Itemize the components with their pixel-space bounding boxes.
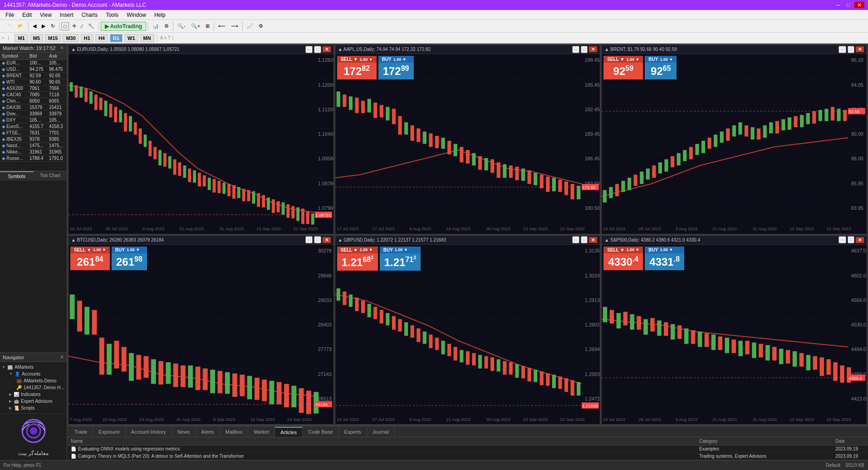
zoom-in2-btn[interactable]: 🔍+ (189, 22, 202, 30)
template-btn[interactable]: 🔧 (86, 22, 97, 30)
mw-tab-tick[interactable]: Tick Chart (34, 171, 67, 181)
indicator-btn[interactable]: 📈 (245, 22, 255, 30)
market-watch-row[interactable]: ◆DAX30 15379 15421 (0, 104, 67, 111)
bottom-tab-experts[interactable]: Experts (339, 427, 367, 436)
gbpusd-maximize[interactable]: □ (581, 236, 588, 243)
sp500-minimize[interactable]: ─ (839, 236, 846, 243)
article-row[interactable]: 📄Category Theory in MQL5 (Part 20): A de… (67, 453, 868, 460)
menu-insert[interactable]: Insert (56, 11, 77, 19)
bottom-tab-exposure[interactable]: Exposure (93, 427, 125, 436)
market-watch-close[interactable]: ✕ (60, 45, 64, 51)
market-watch-row[interactable]: ◆DXY 105... 105... (0, 117, 67, 124)
tf-d1[interactable]: D1 (110, 34, 123, 42)
settings-btn[interactable]: ⚙ (256, 22, 265, 30)
brent-close[interactable]: ✕ (856, 46, 864, 52)
market-watch-scroll[interactable]: Symbol Bid Ask ◆EUR... 100... 105... ◆US… (0, 53, 67, 171)
sp500-sell-btn[interactable]: SELL ▼ 1.00 ▼ (603, 247, 643, 253)
market-watch-row[interactable]: ◆Russe... 1788.4 1791.0 (0, 155, 67, 162)
chart-props-btn[interactable]: ⚙ (162, 22, 171, 30)
line-btn[interactable]: ⁄ (79, 22, 85, 30)
brent-buy-btn[interactable]: BUY 1.00 ▼ (645, 56, 677, 63)
market-watch-row[interactable]: ◆EuroS... 4155.7 4158.3 (0, 124, 67, 130)
nav-item-experts[interactable]: ▶ 🤖 Expert Advisors (2, 398, 65, 405)
aaplus-close[interactable]: ✕ (589, 46, 597, 52)
bottom-tab-market[interactable]: Market (248, 427, 275, 436)
sp500-close[interactable]: ✕ (856, 237, 864, 243)
sp500-buy-btn[interactable]: BUY 1.00 ▼ (645, 247, 684, 253)
btcusd-buy-btn[interactable]: BUY 1.00 ▼ (112, 247, 147, 253)
buy-sell-btn[interactable]: 📊 (150, 22, 161, 30)
btcusd-maximize[interactable]: □ (314, 236, 321, 243)
tf-m5[interactable]: M5 (30, 34, 43, 42)
menu-file[interactable]: File (2, 11, 18, 19)
market-watch-row[interactable]: ◆ASX200 7061 7066 (0, 85, 67, 92)
gbpusd-minimize[interactable]: ─ (572, 236, 579, 243)
article-row[interactable]: 📄Evaluating ONNX models using regression… (67, 445, 868, 453)
bottom-tab-news[interactable]: News (172, 427, 196, 436)
eurusd-maximize[interactable]: □ (314, 46, 321, 53)
mw-tab-symbols[interactable]: Symbols (0, 171, 34, 181)
back-btn[interactable]: ◀ (30, 22, 39, 30)
market-watch-row[interactable]: ◆FTSE... 7631 7701 (0, 130, 67, 136)
scroll-left-btn[interactable]: ⟵ (216, 22, 228, 30)
auto-trading-btn[interactable]: ▶ AutoTrading (101, 22, 147, 31)
bottom-tab-trade[interactable]: Trade (69, 427, 93, 436)
menu-window[interactable]: Window (123, 11, 150, 19)
menu-tools[interactable]: Tools (102, 11, 122, 19)
tf-mn[interactable]: MN (140, 34, 154, 42)
nav-item-accounts[interactable]: ▼ 👤 Accounts (2, 371, 65, 377)
bottom-scroll[interactable]: Name Category Date 📄Evaluating ONNX mode… (67, 437, 868, 460)
btcusd-sell-btn[interactable]: SELL ▼ 1.00 ▼ (70, 247, 110, 253)
nav-item-indicators[interactable]: ▶ 📊 Indicators (2, 391, 65, 398)
gbpusd-buy-btn[interactable]: BUY 1.00 ▼ (380, 247, 421, 253)
new-chart-btn[interactable]: 📄 (2, 21, 14, 31)
tf-m1[interactable]: M1 (15, 34, 28, 42)
navigator-close[interactable]: ✕ (60, 354, 64, 360)
aaplus-buy-btn[interactable]: BUY 1.00 ▼ (378, 56, 414, 63)
menu-charts[interactable]: Charts (78, 11, 101, 19)
menu-edit[interactable]: Edit (19, 11, 35, 19)
bottom-tab-journal[interactable]: Journal (367, 427, 395, 436)
zoom-in-btn[interactable]: □ (61, 22, 69, 30)
forward-btn[interactable]: ▶ (39, 22, 48, 30)
market-watch-row[interactable]: ◆EUR... 100... 105... (0, 60, 67, 66)
tf-m30[interactable]: M30 (63, 34, 78, 42)
market-watch-row[interactable]: ◆Dow... 33969 33979 (0, 111, 67, 117)
tf-m15[interactable]: M15 (45, 34, 61, 42)
aaplus-sell-btn[interactable]: SELL ▼ 1.00 ▼ (337, 56, 377, 63)
nav-item-scripts[interactable]: ▶ 📜 Scripts (2, 405, 65, 411)
refresh-btn[interactable]: ↻ (49, 22, 57, 30)
tf-w1[interactable]: W1 (124, 34, 138, 42)
bottom-tab-mailbox[interactable]: Mailbox (220, 427, 248, 436)
fit-btn[interactable]: ⊞ (203, 22, 212, 30)
minimize-btn[interactable]: ─ (834, 2, 842, 8)
market-watch-row[interactable]: ◆Nikke... 31961 31965 (0, 149, 67, 155)
bottom-tab-codebase[interactable]: Code Base (303, 427, 338, 436)
market-watch-row[interactable]: ◆WTI 90.60 90.65 (0, 79, 67, 85)
bottom-tab-account-history[interactable]: Account History (126, 427, 172, 436)
brent-minimize[interactable]: ─ (839, 46, 846, 53)
sp500-maximize[interactable]: □ (848, 236, 854, 243)
gbpusd-sell-btn[interactable]: SELL ▼ 1.00 ▼ (337, 247, 378, 253)
bottom-tab-alerts[interactable]: Alerts (196, 427, 220, 436)
nav-item-amarkets[interactable]: ▼ 🏢 AMarkets (2, 364, 65, 371)
aaplus-maximize[interactable]: □ (581, 46, 588, 53)
brent-maximize[interactable]: □ (848, 46, 854, 53)
crosshair-btn[interactable]: ✛ (70, 22, 78, 30)
market-watch-row[interactable]: ◆USD... 94.275 98.475 (0, 66, 67, 73)
market-watch-row[interactable]: ◆Nasd... 1475... 1475... (0, 143, 67, 149)
aaplus-minimize[interactable]: ─ (572, 46, 579, 53)
market-watch-row[interactable]: ◆CAC40 7085 7118 (0, 92, 67, 98)
maximize-btn[interactable]: □ (845, 2, 852, 8)
nav-item-demo[interactable]: 💼 AMarkets-Demo (2, 377, 65, 384)
eurusd-minimize[interactable]: ─ (305, 46, 313, 53)
market-watch-row[interactable]: ◆IBEX35 9378 9385 (0, 136, 67, 143)
menu-help[interactable]: Help (151, 11, 169, 19)
nav-item-account-id[interactable]: 🔑 1441357: Demo H... (2, 384, 65, 391)
menu-view[interactable]: View (36, 11, 55, 19)
btcusd-minimize[interactable]: ─ (305, 236, 313, 243)
market-watch-row[interactable]: ◆BRENT 92.59 92.65 (0, 73, 67, 79)
zoom-out-btn[interactable]: 🔍- (175, 22, 188, 30)
tf-h1[interactable]: H1 (81, 34, 93, 42)
scroll-right-btn[interactable]: ⟶ (229, 22, 240, 30)
